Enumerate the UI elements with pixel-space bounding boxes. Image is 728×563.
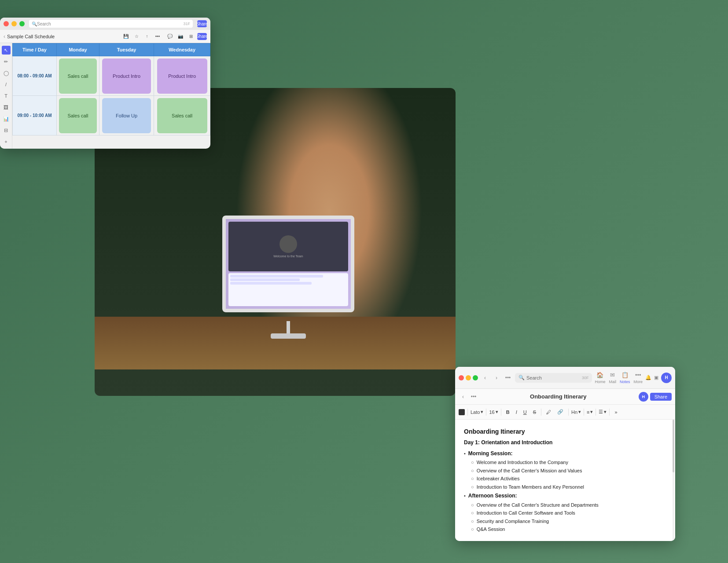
morning-sub2: Overview of the Call Center's Mission an… <box>477 467 582 475</box>
minimize-button[interactable] <box>11 21 17 26</box>
bold-button[interactable]: B <box>504 409 512 416</box>
tuesday-cell-1[interactable]: Product Intro <box>99 56 154 96</box>
font-dropdown[interactable]: Lato ▾ <box>471 409 483 415</box>
notes-icon: 📋 <box>621 372 629 379</box>
notes-search-icon: 🔍 <box>518 375 525 380</box>
sidebar-more2-icon[interactable]: + <box>2 137 11 146</box>
align-dropdown[interactable]: ≡ ▾ <box>587 409 593 415</box>
notes-maximize-button[interactable] <box>473 375 478 380</box>
divider-4 <box>541 409 541 416</box>
link-button[interactable]: 🔗 <box>555 408 566 416</box>
toolbar-icons: 💾 ☆ ↑ ••• <box>121 33 162 40</box>
notes-sidebar-toggle[interactable]: ‹ <box>459 392 467 401</box>
schedule-table: Time / Day Monday Tuesday Wednesday 08:0… <box>12 43 210 135</box>
sub-bullet-icon: ○ <box>471 526 474 534</box>
nav-more-label: More <box>633 380 643 384</box>
search-shortcut: 31F <box>183 22 190 26</box>
maximize-button[interactable] <box>19 21 25 26</box>
spreadsheet-window: 🔍 Search 31F Share ‹ Sample Call Schedul… <box>0 18 210 149</box>
toolbar-view-icons: 💬 📷 ⊞ <box>165 33 195 40</box>
italic-button[interactable]: I <box>514 409 519 416</box>
sidebar-table-icon[interactable]: ⊟ <box>2 126 11 135</box>
video-icon[interactable]: 📷 <box>176 33 185 40</box>
header-monday: Monday <box>57 44 99 56</box>
sidebar-chart-icon[interactable]: 📊 <box>2 114 11 123</box>
sidebar-cursor-icon[interactable]: ↖ <box>2 46 11 55</box>
nav-notes-label: Notes <box>620 380 630 384</box>
table-row: 08:00 - 09:00 AM Sales call Product Intr… <box>13 56 210 96</box>
underline-button[interactable]: U <box>521 409 529 416</box>
sales-call-block-1: Sales call <box>59 58 97 94</box>
notes-search-bar[interactable]: 🔍 Search 30F <box>515 373 592 383</box>
sidebar-image-icon[interactable]: 🖼 <box>2 103 11 112</box>
wednesday-cell-2[interactable]: Sales call <box>154 96 210 135</box>
highlight-button[interactable]: 🖊 <box>544 409 553 416</box>
afternoon-sub1: Overview of the Call Center's Structure … <box>477 501 599 509</box>
nav-notes[interactable]: 📋 Notes <box>620 372 630 384</box>
save-icon[interactable]: 💾 <box>121 33 130 40</box>
sub-bullet-icon: ○ <box>471 483 474 491</box>
back-icon[interactable]: ‹ <box>4 33 5 40</box>
align-chevron: ▾ <box>590 409 593 415</box>
notes-user-avatar[interactable]: H <box>661 373 672 383</box>
title-search-bar[interactable]: 🔍 Search 31F <box>29 20 193 28</box>
close-button[interactable] <box>4 21 9 26</box>
afternoon-item-4: ○ Q&A Session <box>471 526 666 534</box>
spreadsheet-share-button[interactable]: Share <box>197 20 207 27</box>
notes-close-button[interactable] <box>459 375 464 380</box>
monitor-video: Welcome to the Team <box>228 222 348 271</box>
notes-nav-icons <box>459 375 478 380</box>
sub-bullet-icon: ○ <box>471 459 474 467</box>
notes-options-icon[interactable]: ••• <box>469 392 478 401</box>
heading-chevron: ▾ <box>578 409 581 415</box>
notes-sidebar-icon[interactable]: ▣ <box>654 375 658 380</box>
notes-forward-icon[interactable]: › <box>492 373 501 382</box>
sidebar-line-icon[interactable]: / <box>2 80 11 89</box>
notes-share-button[interactable]: Share <box>650 393 672 401</box>
notes-document-title: Onboarding Itinerary <box>530 393 587 400</box>
notes-nav-items: 🏠 Home ✉ Mail 📋 Notes ••• More <box>595 372 643 384</box>
comment-icon[interactable]: 💬 <box>165 33 174 40</box>
afternoon-sub2: Introduction to Call Center Software and… <box>477 509 575 517</box>
star-icon[interactable]: ☆ <box>132 33 141 40</box>
scrollbar-thumb[interactable] <box>673 420 674 472</box>
divider-3 <box>501 409 501 416</box>
monday-cell-1[interactable]: Sales call <box>57 56 99 96</box>
notes-more-options-icon[interactable]: ••• <box>504 373 512 382</box>
expand-button[interactable]: » <box>612 409 619 416</box>
divider-8 <box>609 409 610 416</box>
morning-session-header: • Morning Session: <box>464 450 666 458</box>
share2-icon[interactable]: ↑ <box>143 33 151 40</box>
monitor-base <box>271 333 306 339</box>
morning-session-label: Morning Session: <box>468 450 513 458</box>
notes-search-label: Search <box>526 375 542 380</box>
monday-cell-2[interactable]: Sales call <box>57 96 99 135</box>
font-dropdown-chevron: ▾ <box>481 409 483 415</box>
font-size-dropdown[interactable]: 16 ▾ <box>489 409 498 415</box>
nav-home[interactable]: 🏠 Home <box>595 372 605 384</box>
grid-icon[interactable]: ⊞ <box>187 33 195 40</box>
time-cell-1: 08:00 - 09:00 AM <box>13 56 57 96</box>
color-picker[interactable] <box>459 409 465 415</box>
divider-1 <box>467 409 468 416</box>
toolbar-share-button[interactable]: Share <box>197 33 207 40</box>
notes-bell-icon[interactable]: 🔔 <box>645 375 651 380</box>
more-icon[interactable]: ••• <box>153 33 162 40</box>
tuesday-cell-2[interactable]: Follow Up <box>99 96 154 135</box>
product-intro-block-2: Product Intro <box>157 58 207 94</box>
nav-more[interactable]: ••• More <box>633 372 643 384</box>
heading-dropdown[interactable]: Hn ▾ <box>571 409 581 415</box>
morning-sub4: Introduction to Team Members and Key Per… <box>477 483 584 491</box>
list-dropdown[interactable]: ☰ ▾ <box>599 409 607 415</box>
sidebar-pencil-icon[interactable]: ✏ <box>2 57 11 66</box>
notes-minimize-button[interactable] <box>466 375 471 380</box>
notes-back-icon[interactable]: ‹ <box>481 373 489 382</box>
wednesday-cell-1[interactable]: Product Intro <box>154 56 210 96</box>
nav-mail[interactable]: ✉ Mail <box>609 372 616 384</box>
morning-sub1: Welcome and Introduction to the Company <box>477 459 568 467</box>
sidebar-text-icon[interactable]: T <box>2 91 11 100</box>
strikethrough-button[interactable]: S <box>531 409 538 416</box>
sidebar-shapes-icon[interactable]: ◯ <box>2 69 11 77</box>
monitor-content: Welcome to the Team <box>226 219 351 309</box>
size-dropdown-chevron: ▾ <box>496 409 498 415</box>
